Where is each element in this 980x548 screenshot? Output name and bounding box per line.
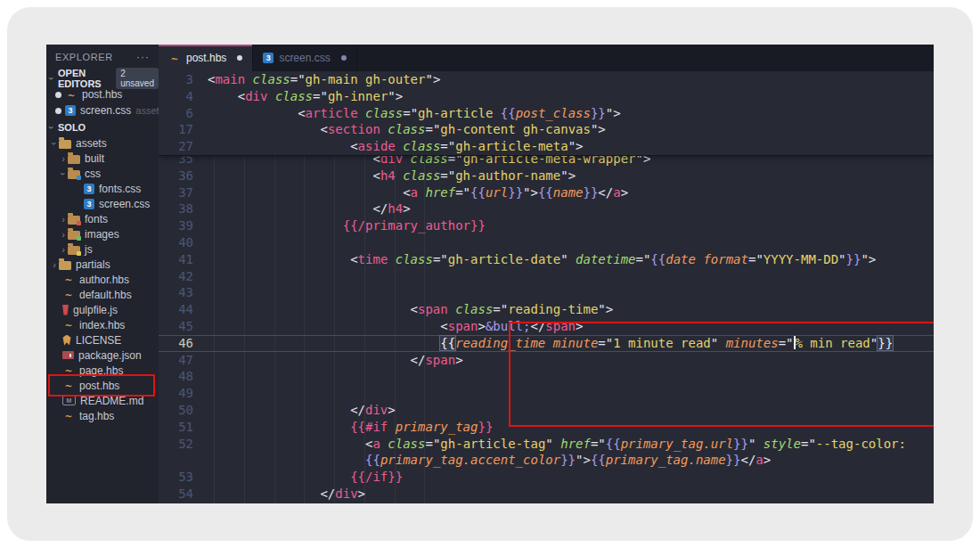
- token: =": [748, 252, 764, 266]
- tree-item-assets[interactable]: ›assets: [46, 135, 159, 151]
- tree-item-gulpfile-js[interactable]: gulpfile.js: [46, 302, 159, 317]
- tree-item-label: fonts.css: [99, 183, 141, 195]
- more-actions-icon[interactable]: ···: [136, 51, 150, 63]
- line-number: 50: [159, 402, 208, 419]
- token: >: [403, 201, 410, 216]
- code-line-42[interactable]: 42: [159, 268, 934, 285]
- token: =": [779, 336, 794, 350]
- tab-bar: ~post.hbs3screen.css: [159, 45, 934, 71]
- code-line-51[interactable]: 51 {{#if primary_tag}}: [159, 419, 934, 436]
- folder-icon: [68, 216, 80, 225]
- code-line-39[interactable]: 39 {{/primary_author}}: [159, 217, 934, 234]
- code-line-45[interactable]: 45 <span>&bull;</span>: [159, 318, 934, 335]
- code-line-37[interactable]: 37 <a href="{{url}}">{{name}}</a>: [159, 184, 934, 201]
- tree-item-author-hbs[interactable]: ~author.hbs: [46, 272, 159, 287]
- token: }}: [560, 453, 576, 467]
- code-line-49[interactable]: 49: [159, 385, 934, 402]
- code-line-36[interactable]: 36 <h4 class="gh-author-name">: [159, 168, 934, 184]
- tree-item-package-json[interactable]: package.json: [46, 348, 159, 363]
- code-line-55[interactable]: 55 </section>: [159, 503, 934, 503]
- tree-item-css[interactable]: ›css: [46, 166, 159, 181]
- token: h4: [380, 168, 396, 183]
- tree-item-readme-md[interactable]: MREADME.md: [46, 393, 159, 408]
- open-editors-header[interactable]: › OPEN EDITORS 2 unsaved: [46, 70, 159, 86]
- tab-post-hbs[interactable]: ~post.hbs: [159, 45, 253, 71]
- token: [396, 139, 403, 153]
- token: {{: [501, 106, 516, 120]
- tree-item-fonts[interactable]: ›fonts: [46, 211, 159, 226]
- token: class: [403, 139, 440, 153]
- code-line-54[interactable]: 54 </div>: [159, 486, 934, 503]
- code-line-48[interactable]: 48: [159, 368, 934, 385]
- code-line-52[interactable]: 52 <a class="gh-article-tag" href="{{pri…: [159, 436, 934, 453]
- code-line-17[interactable]: 17 <section class="gh-content gh-canvas"…: [159, 121, 934, 138]
- code-line-53[interactable]: 53 {{/if}}: [159, 469, 934, 486]
- token: }}: [508, 185, 523, 200]
- project-section-header[interactable]: › SOLO: [46, 119, 159, 135]
- tab-label: post.hbs: [186, 52, 226, 64]
- tree-item-default-hbs[interactable]: ~default.hbs: [46, 287, 159, 302]
- tree-item-tag-hbs[interactable]: ~tag.hbs: [46, 408, 159, 423]
- token: =": [425, 122, 440, 136]
- line-content: <article class="gh-article {{post_class}…: [208, 105, 621, 122]
- css-file-icon: 3: [65, 105, 76, 116]
- tree-item-page-hbs[interactable]: ~page.hbs: [46, 363, 159, 378]
- tree-item-partials[interactable]: ›partials: [46, 257, 159, 272]
- token: <: [411, 302, 418, 316]
- token: span: [425, 353, 455, 367]
- code-line-43[interactable]: 43: [159, 284, 934, 301]
- tree-item-screen-css[interactable]: 3screen.css: [46, 196, 159, 211]
- code-line-50[interactable]: 50 </div>: [159, 402, 934, 419]
- token: =": [440, 139, 455, 153]
- css-file-icon: 3: [84, 199, 94, 209]
- code-line-6[interactable]: 6 <article class="gh-article {{post_clas…: [159, 105, 934, 122]
- open-editors-list: ~post.hbs3screen.cssassets...: [46, 86, 159, 119]
- token: --tag-color:: [816, 437, 914, 451]
- css-file-icon: 3: [84, 184, 94, 194]
- line-content: {{reading_time minute="1 minute read" mi…: [208, 335, 893, 352]
- token: a: [372, 437, 380, 451]
- code-editor[interactable]: 3<main class="gh-main gh-outer">4 <div c…: [159, 71, 934, 503]
- tree-item-built[interactable]: ›built: [46, 151, 159, 166]
- token: <: [238, 89, 245, 103]
- tree-item-label: index.hbs: [79, 319, 125, 331]
- line-content: {{primary_tag.accent_color}}">{{primary_…: [208, 452, 771, 469]
- token: ": [870, 336, 878, 350]
- tree-item-index-hbs[interactable]: ~index.hbs: [46, 317, 159, 332]
- token: primary_tag.name: [606, 453, 726, 467]
- tree-item-label: js: [85, 243, 93, 256]
- code-line-27[interactable]: 27 <aside class="gh-article-meta">: [159, 138, 934, 155]
- sticky-scroll: 3<main class="gh-main gh-outer">4 <div c…: [159, 71, 934, 156]
- modified-dot-icon: [55, 92, 61, 98]
- vscode-window: EXPLORER ··· › OPEN EDITORS 2 unsaved ~p…: [46, 45, 934, 503]
- code-line-46[interactable]: 46 {{reading_time minute="1 minute read"…: [159, 335, 934, 352]
- tree-item-fonts-css[interactable]: 3fonts.css: [46, 181, 159, 196]
- folder-badge-icon: [77, 251, 81, 256]
- explorer-sidebar: EXPLORER ··· › OPEN EDITORS 2 unsaved ~p…: [46, 45, 159, 503]
- tree-item-post-hbs[interactable]: ~post.hbs: [46, 378, 159, 393]
- code-line-40[interactable]: 40: [159, 234, 934, 251]
- open-editor-post.hbs[interactable]: ~post.hbs: [46, 86, 159, 102]
- token: {{: [591, 453, 606, 467]
- token: class: [388, 122, 425, 136]
- code-line-41[interactable]: 41 <time class="gh-article-date" datetim…: [159, 251, 934, 268]
- token: =": [440, 168, 455, 183]
- tree-item-js[interactable]: ›js: [46, 241, 159, 257]
- token: }}: [733, 437, 748, 451]
- token: ": [545, 437, 560, 451]
- open-editor-screen.css[interactable]: 3screen.cssassets...: [46, 102, 159, 119]
- code-line-47[interactable]: 47 </span>: [159, 352, 934, 369]
- code-line-38[interactable]: 38 </h4>: [159, 200, 934, 217]
- code-line-3[interactable]: 3<main class="gh-main gh-outer">: [159, 71, 934, 88]
- tree-item-license[interactable]: LICENSE: [46, 332, 159, 348]
- token: gh-content gh-canvas: [440, 122, 591, 136]
- tree-item-label: package.json: [78, 349, 142, 362]
- tab-label: screen.css: [279, 52, 330, 64]
- tree-item-images[interactable]: ›images: [46, 226, 159, 241]
- tab-screen-css[interactable]: 3screen.css: [253, 45, 356, 71]
- code-line-4[interactable]: 4 <div class="gh-inner">: [159, 88, 934, 105]
- code-line-44[interactable]: 44 <span class="reading-time">: [159, 301, 934, 318]
- code-line-wrap[interactable]: {{primary_tag.accent_color}}">{{primary_…: [159, 452, 934, 469]
- token: <: [440, 319, 447, 333]
- file-tree: ›assets›built›css3fonts.css3screen.css›f…: [46, 135, 159, 423]
